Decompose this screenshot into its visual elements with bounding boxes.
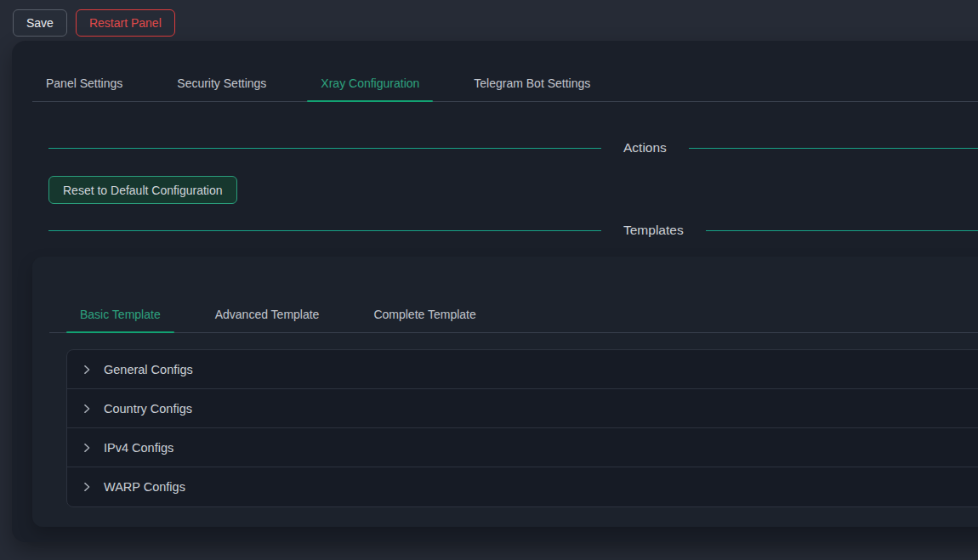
tab-security-settings[interactable]: Security Settings	[163, 75, 280, 101]
tab-xray-configuration[interactable]: Xray Configuration	[307, 75, 433, 101]
config-collapse-list: General Configs Country Configs IPv4 Con…	[66, 349, 978, 507]
collapse-header-warp-configs[interactable]: WARP Configs	[67, 467, 978, 506]
divider-line	[48, 148, 601, 149]
collapse-header-label: Country Configs	[104, 402, 192, 416]
templates-section-divider: Templates	[48, 221, 978, 240]
tab-advanced-template[interactable]: Advanced Template	[202, 306, 333, 332]
chevron-right-icon	[81, 364, 93, 376]
page: Save Restart Panel Panel Settings Securi…	[0, 0, 978, 560]
divider-line	[706, 230, 978, 231]
save-button[interactable]: Save	[13, 9, 67, 37]
chevron-right-icon	[81, 442, 93, 454]
collapse-header-label: IPv4 Configs	[104, 441, 173, 455]
actions-section-title: Actions	[623, 140, 667, 156]
chevron-right-icon	[81, 481, 93, 493]
top-action-bar: Save Restart Panel	[0, 0, 978, 41]
settings-card: Panel Settings Security Settings Xray Co…	[12, 41, 978, 542]
settings-tabbar: Panel Settings Security Settings Xray Co…	[32, 41, 978, 102]
divider-line	[689, 148, 978, 149]
collapse-header-country-configs[interactable]: Country Configs	[67, 389, 978, 428]
collapse-header-label: General Configs	[104, 363, 193, 376]
tab-panel-settings[interactable]: Panel Settings	[32, 75, 136, 101]
tab-telegram-bot-settings[interactable]: Telegram Bot Settings	[460, 75, 604, 101]
templates-tabbar: Basic Template Advanced Template Complet…	[49, 257, 978, 333]
reset-default-config-button[interactable]: Reset to Default Configuration	[48, 176, 237, 204]
collapse-header-label: WARP Configs	[104, 480, 185, 494]
actions-section-divider: Actions	[48, 139, 978, 157]
collapse-header-ipv4-configs[interactable]: IPv4 Configs	[67, 428, 978, 467]
tab-basic-template[interactable]: Basic Template	[66, 306, 174, 332]
divider-line	[48, 230, 601, 231]
collapse-header-general-configs[interactable]: General Configs	[67, 350, 978, 389]
tab-complete-template[interactable]: Complete Template	[360, 306, 489, 332]
restart-panel-button[interactable]: Restart Panel	[76, 9, 175, 37]
templates-section-title: Templates	[623, 223, 684, 238]
templates-card: Basic Template Advanced Template Complet…	[32, 257, 978, 527]
chevron-right-icon	[81, 403, 93, 415]
